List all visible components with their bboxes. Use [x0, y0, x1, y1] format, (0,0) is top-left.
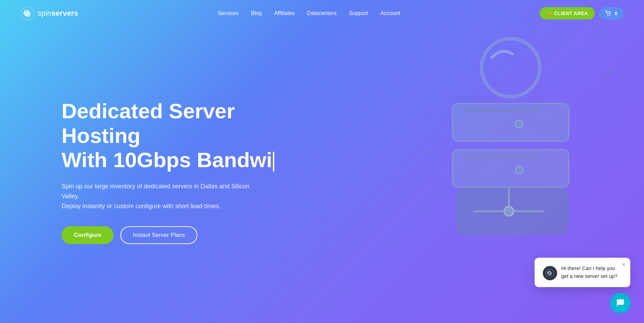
cursor-blink [273, 152, 274, 172]
chat-bubble-icon [616, 298, 625, 308]
hero-section: spinservers Services Blog Affiliates Dat… [0, 0, 644, 323]
svg-rect-6 [452, 104, 569, 141]
nav-datacenters[interactable]: Datacenters [307, 10, 337, 16]
server-svg [418, 37, 610, 249]
hero-title-line2: With 10Gbps Bandwi [62, 148, 272, 172]
svg-point-11 [515, 166, 523, 174]
nav-services[interactable]: Services [218, 10, 238, 16]
nav-account[interactable]: Account [380, 10, 400, 16]
svg-point-14 [504, 206, 514, 216]
nav-blog[interactable]: Blog [251, 10, 262, 16]
nav-links: Services Blog Affiliates Datacenters Sup… [218, 10, 400, 16]
chat-avatar-icon [546, 269, 554, 278]
hero-text: Dedicated Server Hosting With 10Gbps Ban… [62, 99, 301, 244]
chat-open-button[interactable] [610, 293, 630, 313]
client-area-button[interactable]: 🔒 CLIENT AREA [540, 7, 595, 19]
hero-title-line1: Dedicated Server Hosting [62, 99, 235, 147]
plus-deco-2: + [425, 146, 433, 159]
plus-deco-1: + [606, 66, 613, 79]
cart-count: 0 [615, 11, 617, 16]
hero-title: Dedicated Server Hosting With 10Gbps Ban… [62, 99, 301, 172]
chat-close-button[interactable]: × [622, 261, 626, 268]
server-illustration: + + [418, 37, 623, 269]
logo-servers: servers [51, 9, 78, 17]
instant-plans-button[interactable]: Instant Server Plans [120, 226, 197, 244]
cart-button[interactable]: 0 [599, 7, 623, 20]
configure-button[interactable]: Configure [62, 226, 114, 244]
nav-affiliates[interactable]: Affiliates [274, 10, 295, 16]
hero-buttons: Configure Instant Server Plans [62, 226, 301, 244]
svg-rect-9 [452, 150, 569, 187]
client-area-label: CLIENT AREA [554, 11, 588, 16]
svg-point-2 [607, 15, 608, 16]
hero-subtitle: Spin up our large inventory of dedicated… [62, 181, 260, 211]
navbar: spinservers Services Blog Affiliates Dat… [0, 0, 644, 27]
svg-point-16 [549, 272, 551, 274]
chat-popup: × Hi there! Can I help you get a new ser… [535, 258, 630, 287]
logo-spin: spin [38, 9, 51, 17]
chat-popup-text: Hi there! Can I help you get a new serve… [561, 265, 622, 280]
chat-avatar [543, 266, 557, 280]
svg-point-8 [515, 120, 523, 128]
logo-icon [21, 6, 35, 21]
hero-subtitle-line1: Spin up our large inventory of dedicated… [62, 183, 249, 200]
nav-actions: 🔒 CLIENT AREA 0 [540, 7, 623, 20]
cart-icon [605, 10, 612, 16]
hero-subtitle-line2: Deploy instantly or custom configure wit… [62, 203, 221, 210]
lock-icon: 🔒 [547, 11, 552, 16]
chat-widget: × Hi there! Can I help you get a new ser… [610, 293, 630, 313]
svg-point-5 [482, 39, 540, 97]
svg-point-1 [27, 12, 29, 14]
nav-support[interactable]: Support [349, 10, 368, 16]
svg-point-3 [609, 15, 610, 16]
logo-text: spinservers [38, 9, 78, 18]
logo-link[interactable]: spinservers [21, 6, 78, 21]
